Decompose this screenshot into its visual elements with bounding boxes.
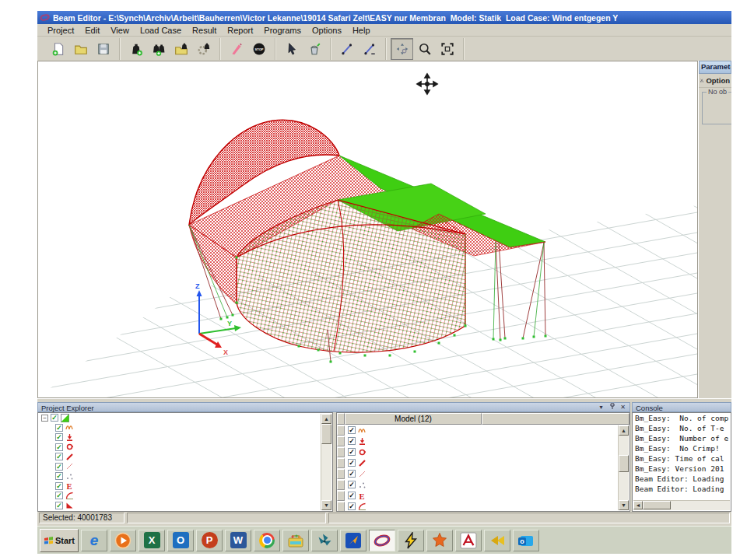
open-load-button[interactable] bbox=[170, 38, 192, 60]
draw-line-button[interactable] bbox=[335, 38, 358, 60]
new-project-button[interactable] bbox=[47, 38, 69, 60]
checkbox[interactable] bbox=[55, 482, 63, 490]
row-selector[interactable] bbox=[337, 502, 345, 512]
scroll-up-icon[interactable]: ▲ bbox=[619, 425, 629, 436]
pane-menu-icon[interactable]: ▾ bbox=[596, 403, 606, 411]
scroll-up-icon[interactable]: ▲ bbox=[321, 414, 331, 424]
save-button[interactable] bbox=[92, 38, 114, 60]
checkbox[interactable] bbox=[348, 481, 356, 488]
list-vertical-scrollbar[interactable]: ▲ ▼ bbox=[618, 425, 629, 510]
menu-report[interactable]: Report bbox=[222, 25, 258, 36]
checkbox[interactable] bbox=[55, 433, 63, 441]
row-selector[interactable] bbox=[337, 425, 345, 436]
checkbox[interactable] bbox=[55, 443, 63, 451]
list-row-rotational-points[interactable] bbox=[337, 446, 630, 457]
row-selector[interactable] bbox=[337, 447, 345, 457]
checkbox[interactable] bbox=[348, 437, 356, 445]
navigator-taskbar-button[interactable] bbox=[340, 530, 366, 551]
checkbox[interactable] bbox=[55, 424, 63, 432]
checkbox[interactable] bbox=[348, 470, 356, 478]
row-selector[interactable] bbox=[337, 480, 345, 490]
console-output[interactable]: Bm_Easy: No. of compBm_Easy: No. of T-eB… bbox=[632, 412, 731, 512]
scroll-down-icon[interactable]: ▼ bbox=[619, 500, 629, 510]
tree-row-model[interactable]: − bbox=[38, 413, 332, 423]
pane-pin-icon[interactable] bbox=[607, 403, 617, 411]
load-settings-button[interactable] bbox=[192, 38, 215, 60]
list-row-springs[interactable] bbox=[337, 425, 630, 436]
fit-view-button[interactable] bbox=[436, 38, 458, 60]
delete-bucket-button[interactable] bbox=[303, 38, 325, 60]
row-selector[interactable] bbox=[337, 436, 345, 446]
row-selector[interactable] bbox=[337, 491, 345, 501]
tree-row-beam-links[interactable] bbox=[38, 452, 332, 462]
list-row-translational-points[interactable] bbox=[337, 436, 630, 446]
star-app-taskbar-button[interactable] bbox=[426, 530, 453, 551]
lightning-app-taskbar-button[interactable] bbox=[398, 530, 424, 551]
checkbox[interactable] bbox=[348, 448, 356, 456]
checkbox[interactable] bbox=[348, 426, 356, 434]
menu-result[interactable]: Result bbox=[187, 25, 222, 36]
stop-button[interactable]: STOP bbox=[247, 38, 270, 60]
viewport-3d[interactable]: Z Y X bbox=[37, 61, 698, 398]
model-list[interactable]: Model (12) E ▲ ▼ bbox=[336, 412, 630, 512]
toolbox-taskbar-button[interactable] bbox=[282, 530, 309, 551]
tree-row-angles[interactable] bbox=[38, 501, 332, 511]
arrows-app-taskbar-button[interactable] bbox=[484, 530, 510, 551]
select-cursor-button[interactable] bbox=[280, 38, 303, 60]
draw-line-alt-button[interactable] bbox=[358, 38, 381, 60]
collapse-icon[interactable]: − bbox=[41, 415, 48, 422]
outlook-taskbar-button[interactable]: O bbox=[167, 530, 194, 551]
menu-programs[interactable]: Programs bbox=[258, 25, 307, 36]
checkbox[interactable] bbox=[55, 463, 63, 471]
console-caption[interactable]: Console bbox=[632, 402, 731, 412]
scroll-left-icon[interactable]: ◄ bbox=[633, 501, 643, 509]
model-count-header[interactable]: Model (12) bbox=[345, 413, 482, 425]
checkbox[interactable] bbox=[348, 459, 356, 467]
tree-row-cross-sections[interactable] bbox=[38, 491, 332, 501]
menu-view[interactable]: View bbox=[105, 25, 135, 36]
tree-row-springs[interactable] bbox=[38, 423, 332, 433]
menu-edit[interactable]: Edit bbox=[79, 25, 105, 36]
checkbox[interactable] bbox=[51, 414, 58, 422]
console-horizontal-scrollbar[interactable]: ◄ bbox=[633, 500, 730, 510]
tree-row-materials[interactable]: E bbox=[38, 481, 332, 492]
pane-close-icon[interactable]: ✕ bbox=[618, 403, 628, 411]
scroll-thumb[interactable] bbox=[321, 424, 331, 444]
list-row-cross-sections[interactable] bbox=[337, 501, 630, 512]
checkbox[interactable] bbox=[55, 502, 63, 509]
checkbox[interactable] bbox=[348, 502, 356, 510]
titlebar[interactable]: Beam Editor - E:\Synch\Archiv\Arbeit\Bau… bbox=[37, 11, 731, 24]
row-selector[interactable] bbox=[337, 469, 345, 479]
project-tree[interactable]: −E ▲ ▼ bbox=[37, 412, 333, 512]
tree-row-t-elements[interactable] bbox=[38, 471, 332, 481]
menu-options[interactable]: Options bbox=[307, 25, 347, 36]
scroll-thumb[interactable] bbox=[619, 455, 629, 472]
project-explorer-caption[interactable]: Project Explorer ▾ ✕ bbox=[37, 402, 630, 412]
open-project-button[interactable] bbox=[69, 38, 92, 60]
menu-load-case[interactable]: Load Case bbox=[135, 25, 187, 36]
powerpoint-taskbar-button[interactable]: P bbox=[196, 530, 223, 551]
tree-row-axial-force-links[interactable] bbox=[38, 462, 332, 472]
list-row-beam-links[interactable] bbox=[337, 457, 630, 468]
tree-vertical-scrollbar[interactable]: ▲ ▼ bbox=[321, 414, 331, 510]
media-player-taskbar-button[interactable] bbox=[110, 530, 136, 551]
checkbox[interactable] bbox=[55, 472, 63, 480]
menu-project[interactable]: Project bbox=[42, 25, 79, 36]
add-load-group-button[interactable] bbox=[147, 38, 170, 60]
word-taskbar-button[interactable]: W bbox=[225, 530, 251, 551]
zoom-button[interactable] bbox=[413, 38, 436, 60]
options-label[interactable]: Option bbox=[706, 76, 730, 85]
checkbox[interactable] bbox=[55, 453, 63, 460]
checkbox[interactable] bbox=[55, 492, 63, 499]
list-row-axial-force-links[interactable] bbox=[337, 468, 630, 479]
fan-app-taskbar-button[interactable] bbox=[311, 530, 338, 551]
tree-row-translational-points[interactable] bbox=[38, 432, 332, 443]
checkbox[interactable] bbox=[348, 492, 356, 499]
excel-taskbar-button[interactable]: X bbox=[139, 530, 165, 551]
orbit-view-button[interactable] bbox=[391, 38, 413, 60]
tree-row-rotational-points[interactable] bbox=[38, 443, 332, 453]
internet-explorer-taskbar-button[interactable]: e bbox=[81, 530, 107, 551]
chrome-taskbar-button[interactable] bbox=[254, 530, 280, 551]
list-row-t-elements[interactable] bbox=[337, 479, 630, 490]
beam-editor-taskbar-button[interactable] bbox=[369, 530, 395, 551]
